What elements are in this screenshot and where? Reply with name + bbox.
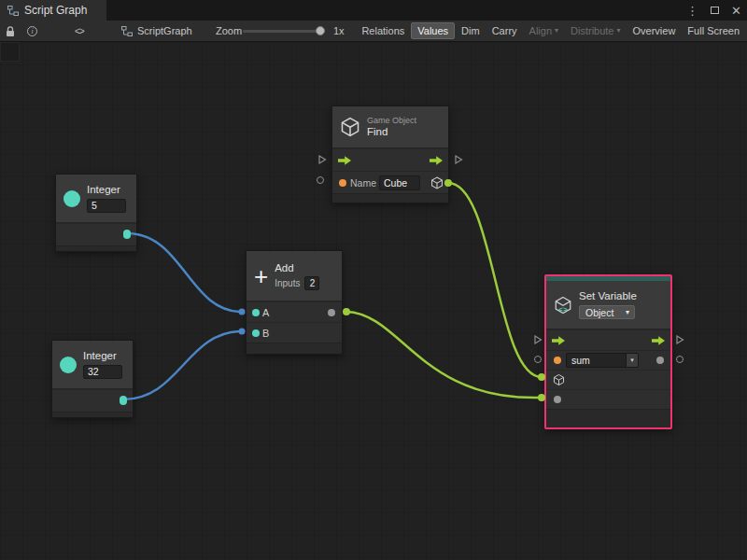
node-title: Integer	[87, 184, 126, 196]
name-port-row: Name Cube	[332, 171, 448, 193]
overview-button[interactable]: Overview	[627, 22, 682, 39]
node-set-variable[interactable]: <> Set Variable Object ▾ sum ▾	[544, 274, 672, 429]
value-input-marker[interactable]	[317, 176, 324, 184]
variable-name-row: sum ▾	[546, 350, 670, 370]
flow-input-marker[interactable]	[317, 154, 327, 165]
name-input-port[interactable]	[339, 179, 346, 187]
breadcrumb-label: ScriptGraph	[137, 25, 192, 36]
graph-toolbar: i <> ScriptGraph Zoom 1x Relations Value…	[0, 21, 747, 42]
lock-icon	[5, 25, 16, 37]
wire-integer5-to-addA[interactable]	[127, 233, 242, 312]
relations-button[interactable]: Relations	[356, 22, 410, 39]
node-footer	[546, 409, 670, 427]
info-icon: i	[27, 26, 37, 36]
node-category: Game Object	[367, 116, 416, 126]
result-output-port[interactable]	[328, 309, 335, 316]
value-input-marker[interactable]	[534, 356, 542, 363]
value-output-port[interactable]	[656, 357, 664, 364]
script-graph-icon	[7, 6, 19, 16]
value-output-port[interactable]	[123, 231, 131, 239]
variable-name-dropdown[interactable]: sum ▾	[566, 353, 639, 368]
output-port-row	[52, 389, 133, 412]
gameobject-output-port[interactable]	[430, 176, 444, 189]
variable-name-input-port[interactable]	[554, 357, 561, 364]
value-port-row	[546, 389, 670, 409]
tab-script-graph[interactable]: Script Graph	[0, 0, 106, 21]
node-footer	[56, 245, 136, 251]
wire-add-to-setvariable-value[interactable]	[346, 312, 542, 398]
values-button[interactable]: Values	[411, 22, 455, 39]
svg-text:<>: <>	[558, 304, 568, 313]
fullscreen-button[interactable]: Full Screen	[682, 22, 745, 39]
variable-scope-dropdown[interactable]: Object ▾	[579, 305, 635, 319]
port-row-b: B	[247, 322, 342, 343]
flow-port-row	[332, 148, 448, 171]
value-output-port[interactable]	[120, 398, 127, 405]
flow-port-row	[546, 329, 670, 350]
align-button[interactable]: Align▾	[524, 22, 564, 39]
close-icon[interactable]: ✕	[731, 4, 741, 18]
flow-output-marker[interactable]	[454, 154, 463, 165]
node-add[interactable]: + Add Inputs 2 A B	[246, 250, 343, 355]
carry-button[interactable]: Carry	[486, 22, 523, 39]
node-header: Integer 5	[56, 175, 136, 223]
node-footer	[332, 193, 448, 203]
node-footer	[247, 343, 342, 354]
node-footer	[52, 412, 133, 417]
breadcrumb[interactable]: ScriptGraph	[121, 21, 192, 41]
node-title: Set Variable	[579, 290, 637, 302]
distribute-button[interactable]: Distribute▾	[565, 22, 626, 39]
flow-input-port[interactable]	[337, 155, 352, 166]
game-object-cube-icon	[340, 117, 360, 137]
flow-input-marker[interactable]	[533, 334, 543, 345]
object-input-port[interactable]	[553, 374, 565, 386]
flow-output-port[interactable]	[429, 155, 444, 166]
node-game-object-find[interactable]: Game Object Find Name Cube	[331, 105, 449, 203]
zoom-value: 1x	[333, 21, 345, 41]
tab-title: Script Graph	[24, 4, 87, 17]
node-title: Find	[367, 126, 416, 138]
flow-output-port[interactable]	[651, 335, 666, 346]
window-menu-icon[interactable]: ⋮	[686, 4, 698, 18]
wire-find-to-setvariable-object[interactable]	[448, 183, 542, 377]
flow-input-port[interactable]	[551, 335, 566, 346]
port-label: A	[262, 307, 269, 318]
inspector-toggle-button[interactable]: i	[27, 21, 37, 41]
chevron-down-icon: ▾	[626, 309, 629, 316]
input-port-b[interactable]	[252, 329, 260, 337]
node-integer-5[interactable]: Integer 5	[55, 174, 137, 252]
node-header: Game Object Find	[332, 106, 448, 148]
integer-value-field[interactable]: 5	[87, 199, 126, 213]
window-titlebar: Script Graph ⋮ ✕	[0, 0, 747, 21]
edit-graph-button[interactable]: <>	[75, 21, 84, 41]
name-label: Name	[350, 177, 376, 189]
inspector-collapsed-square	[0, 42, 20, 62]
output-port-row	[56, 223, 136, 245]
chevron-down-icon: ▾	[617, 27, 621, 35]
zoom-slider[interactable]	[243, 21, 325, 41]
integer-type-icon	[60, 357, 77, 373]
node-header: + Add Inputs 2	[247, 251, 342, 301]
maximize-icon[interactable]	[711, 7, 719, 14]
name-value-field[interactable]: Cube	[379, 175, 420, 190]
zoom-label: Zoom	[216, 21, 242, 41]
value-input-port[interactable]	[554, 396, 561, 403]
chevron-down-icon: ▾	[555, 27, 558, 35]
connection-endpoint	[239, 329, 246, 335]
integer-value-field[interactable]: 32	[83, 365, 122, 379]
dim-button[interactable]: Dim	[456, 22, 486, 39]
zoom-slider-knob[interactable]	[316, 26, 325, 35]
input-port-a[interactable]	[252, 309, 260, 316]
connection-endpoint	[239, 309, 246, 315]
graph-canvas[interactable]: Integer 5 Integer 32 + Add	[0, 42, 747, 560]
add-operator-icon: +	[254, 266, 268, 287]
integer-type-icon	[63, 190, 80, 207]
lock-button[interactable]	[5, 21, 16, 41]
zoom-slider-track[interactable]	[243, 30, 325, 33]
node-integer-32[interactable]: Integer 32	[51, 340, 134, 418]
wire-integer32-to-addB[interactable]	[123, 331, 242, 399]
flow-output-marker[interactable]	[675, 334, 684, 345]
inputs-count-field[interactable]: 2	[304, 276, 319, 290]
port-row-a: A	[247, 301, 342, 322]
value-output-marker[interactable]	[676, 356, 684, 363]
